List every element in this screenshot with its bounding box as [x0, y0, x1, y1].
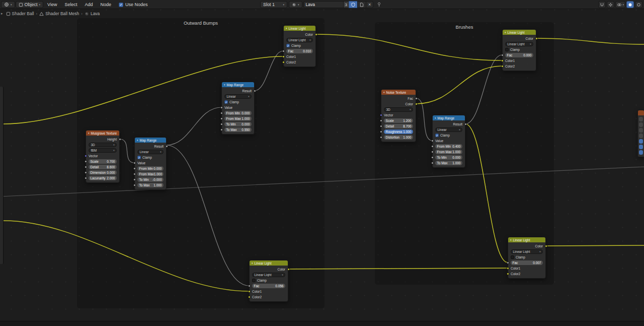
checkbox-clamp[interactable]: [511, 255, 514, 259]
input-socket[interactable]: [133, 178, 136, 181]
output-socket[interactable]: [315, 33, 317, 36]
dropdown-linear-light[interactable]: Linear Light▾: [252, 273, 285, 277]
input-socket[interactable]: [248, 290, 251, 293]
expand-panel-icon[interactable]: ▸: [1, 12, 3, 16]
input-socket[interactable]: [220, 117, 223, 120]
partial-node-right[interactable]: [637, 110, 644, 157]
use-nodes-checkbox[interactable]: ✓: [119, 3, 123, 7]
node-header[interactable]: ▾Noise Texture: [381, 90, 416, 95]
checkbox-clamp[interactable]: ✓: [224, 100, 228, 104]
slider-from-min[interactable]: From Min0.000: [224, 111, 252, 115]
dropdown-linear-light[interactable]: Linear Light▾: [505, 42, 533, 46]
input-socket[interactable]: [507, 267, 509, 270]
input-socket[interactable]: [85, 171, 87, 174]
use-nodes-toggle[interactable]: ✓ Use Nodes: [115, 0, 151, 9]
editor-type-dropdown[interactable]: ▾: [1, 1, 15, 8]
overlays-toggle[interactable]: ▾: [615, 1, 625, 8]
node-noise-texture[interactable]: ▾Noise TextureFacColor3D▾VectorScale1.20…: [381, 89, 416, 142]
input-socket[interactable]: [85, 155, 87, 157]
collapse-icon[interactable]: ▾: [252, 262, 253, 265]
input-socket[interactable]: [220, 112, 223, 114]
input-socket[interactable]: [248, 285, 251, 287]
highlighted-field[interactable]: [639, 145, 643, 149]
node-map-range-2[interactable]: ▾Map RangeResultLinear▾✓ClampValueFrom M…: [221, 82, 255, 135]
node-header[interactable]: ▾Musgrave Texture: [86, 131, 119, 136]
node-linear-light-1[interactable]: ▾Linear LightColorLinear Light▾✓ClampFac…: [283, 25, 316, 67]
input-socket[interactable]: [501, 54, 504, 56]
slider-from-max[interactable]: From Max1.000: [435, 150, 462, 154]
input-socket[interactable]: [431, 140, 434, 142]
dropdown-linear[interactable]: Linear▾: [224, 94, 252, 99]
node-header[interactable]: ▾Linear Light: [250, 260, 288, 266]
input-socket[interactable]: [380, 114, 382, 116]
output-socket[interactable]: [415, 97, 418, 100]
output-socket[interactable]: [254, 90, 256, 92]
snapping-magnet-button[interactable]: [598, 1, 606, 8]
material-name-field[interactable]: Lava: [303, 1, 344, 8]
breadcrumb-item-mesh[interactable]: Shader Ball Mesh: [39, 11, 79, 16]
menu-view[interactable]: View: [44, 0, 60, 9]
input-socket[interactable]: [501, 65, 504, 68]
browse-material-dropdown[interactable]: ▾: [289, 1, 302, 8]
node-musgrave-texture[interactable]: ▾Musgrave TextureHeight3D▾fBM▾VectorScal…: [86, 130, 120, 183]
collapse-icon[interactable]: ▾: [510, 238, 512, 241]
breadcrumb-item-material[interactable]: Lava: [85, 11, 100, 16]
output-socket[interactable]: [287, 268, 290, 271]
slider-fac[interactable]: Fac0.000: [505, 53, 533, 57]
field[interactable]: [639, 122, 643, 127]
input-socket[interactable]: [380, 136, 382, 139]
slider-roughness[interactable]: Roughness1.000: [384, 129, 413, 134]
field[interactable]: [639, 134, 643, 138]
input-socket[interactable]: [431, 156, 434, 159]
viewport-shading-button[interactable]: [626, 1, 634, 8]
node-header[interactable]: [638, 110, 644, 115]
collapse-icon[interactable]: ▾: [137, 139, 138, 142]
slider-to-max[interactable]: To Max1.000: [137, 183, 164, 187]
node-header[interactable]: ▾Map Range: [433, 115, 465, 120]
node-header[interactable]: ▾Map Range: [135, 138, 166, 143]
slider-fac[interactable]: Fac0.007: [511, 260, 543, 265]
node-linear-light-4[interactable]: ▾Linear LightColorLinear Light▾ClampFac0…: [508, 237, 546, 279]
slider-fac[interactable]: Fac0.056: [252, 284, 285, 288]
output-socket[interactable]: [535, 37, 538, 40]
slider-from-max[interactable]: From Max1.000: [224, 116, 252, 121]
collapse-icon[interactable]: ▾: [435, 116, 436, 119]
dropdown-linear-light[interactable]: Linear Light▾: [286, 38, 313, 42]
collapse-icon[interactable]: ▾: [88, 132, 90, 135]
node-editor-canvas[interactable]: Outward BumpsBrushes▾Musgrave TextureHei…: [0, 0, 644, 326]
breadcrumb-item-object[interactable]: Shader Ball: [6, 11, 34, 16]
slider-lacunarity[interactable]: Lacunarity2.000: [89, 176, 117, 180]
slider-from-min[interactable]: From Min0.000: [137, 166, 164, 171]
input-socket[interactable]: [431, 162, 434, 164]
menu-node[interactable]: Node: [97, 0, 115, 9]
input-socket[interactable]: [220, 123, 223, 125]
field[interactable]: [639, 128, 643, 133]
output-socket[interactable]: [545, 245, 547, 247]
input-socket[interactable]: [220, 106, 223, 109]
fake-user-button[interactable]: [349, 1, 358, 8]
collapse-icon[interactable]: ▾: [505, 31, 506, 34]
slider-fac[interactable]: Fac0.010: [286, 49, 313, 53]
slider-to-min[interactable]: To Min-0.000: [137, 177, 164, 182]
output-socket[interactable]: [464, 123, 467, 125]
input-socket[interactable]: [380, 131, 382, 133]
output-socket[interactable]: [166, 145, 168, 148]
input-socket[interactable]: [431, 151, 434, 153]
slider-to-max[interactable]: To Max0.550: [224, 127, 252, 132]
node-map-range-3[interactable]: ▾Map RangeResultLinear▾✓ClampValueFrom M…: [432, 115, 465, 168]
slider-from-min[interactable]: From Min0.400: [435, 144, 462, 149]
dropdown-3d[interactable]: 3D▾: [384, 107, 413, 112]
node-linear-light-3[interactable]: ▾Linear LightColorLinear Light▾ClampFac0…: [249, 260, 288, 302]
input-socket[interactable]: [248, 296, 251, 298]
input-socket[interactable]: [133, 173, 136, 175]
input-socket[interactable]: [85, 160, 87, 163]
new-material-button[interactable]: [357, 1, 366, 8]
menu-add[interactable]: Add: [81, 0, 96, 9]
input-socket[interactable]: [501, 59, 504, 62]
highlighted-field[interactable]: [639, 150, 643, 155]
input-socket[interactable]: [282, 55, 285, 58]
slider-scale[interactable]: Scale1.200: [384, 118, 413, 123]
dropdown-linear[interactable]: Linear▾: [435, 127, 462, 132]
slider-scale[interactable]: Scale0.700: [89, 159, 117, 164]
input-socket[interactable]: [282, 50, 285, 52]
